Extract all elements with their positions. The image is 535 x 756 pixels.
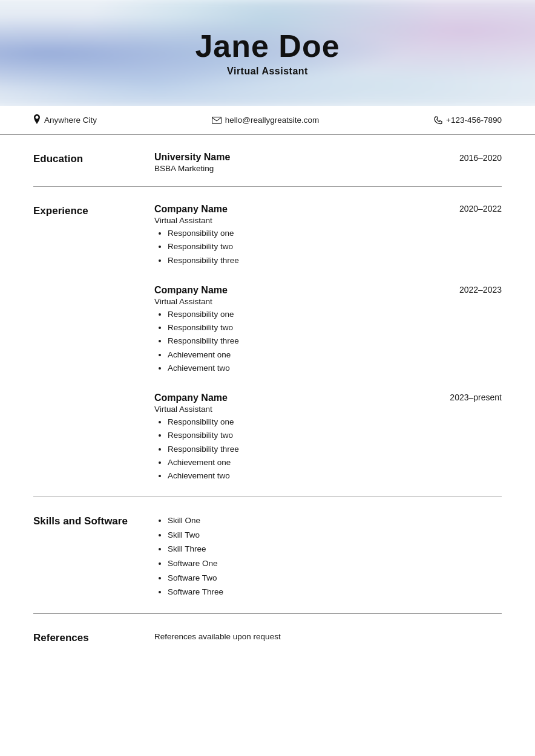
exp-list: Responsibility oneResponsibility twoResp… — [154, 308, 502, 374]
location-icon — [33, 114, 41, 126]
skills-section: Skills and Software Skill OneSkill TwoSk… — [33, 497, 502, 614]
university-name: University Name — [154, 152, 423, 163]
references-label: References — [33, 631, 154, 644]
candidate-name: Jane Doe — [195, 29, 340, 64]
experience-entry: Company Name2022–2023Virtual AssistantRe… — [154, 285, 502, 374]
list-item: Skill One — [168, 514, 502, 527]
exp-role: Virtual Assistant — [154, 405, 502, 414]
exp-date: 2023–present — [450, 393, 502, 402]
experience-body: Company Name2020–2022Virtual AssistantRe… — [154, 204, 502, 483]
list-item: Responsibility one — [168, 416, 502, 428]
contact-location: Anywhere City — [33, 114, 97, 126]
exp-date: 2022–2023 — [459, 285, 502, 295]
email-text: hello@reallygreatsite.com — [225, 116, 320, 125]
education-body: University Name BSBA Marketing — [154, 152, 423, 173]
main-content: Education University Name BSBA Marketing… — [0, 135, 535, 657]
education-section: Education University Name BSBA Marketing… — [33, 135, 502, 187]
list-item: Responsibility two — [168, 429, 502, 442]
phone-text: +123-456-7890 — [446, 116, 502, 125]
list-item: Achievement one — [168, 457, 502, 469]
candidate-title: Virtual Assistant — [195, 66, 340, 77]
list-item: Skill Two — [168, 529, 502, 542]
list-item: Achievement one — [168, 349, 502, 361]
degree-text: BSBA Marketing — [154, 164, 423, 173]
education-years: 2016–2020 — [423, 152, 502, 173]
references-text: References available upon request — [154, 631, 502, 641]
list-item: Responsibility three — [168, 443, 502, 455]
resume-container: Jane Doe Virtual Assistant Anywhere City… — [0, 0, 535, 756]
list-item: Achievement two — [168, 470, 502, 482]
contact-phone: +123-456-7890 — [434, 116, 502, 125]
header-content: Jane Doe Virtual Assistant — [195, 29, 340, 77]
list-item: Software One — [168, 557, 502, 570]
company-name: Company Name — [154, 204, 228, 215]
company-name: Company Name — [154, 393, 228, 403]
experience-entry: Company Name2020–2022Virtual AssistantRe… — [154, 204, 502, 267]
references-section: References References available upon req… — [33, 614, 502, 657]
header: Jane Doe Virtual Assistant — [0, 0, 535, 106]
list-item: Skill Three — [168, 543, 502, 556]
list-item: Achievement two — [168, 362, 502, 374]
exp-role: Virtual Assistant — [154, 297, 502, 306]
list-item: Responsibility one — [168, 308, 502, 321]
email-icon — [212, 117, 222, 124]
skills-label: Skills and Software — [33, 514, 154, 600]
list-item: Software Two — [168, 572, 502, 585]
company-name: Company Name — [154, 285, 228, 296]
references-body: References available upon request — [154, 631, 502, 644]
exp-date: 2020–2022 — [459, 204, 502, 213]
list-item: Responsibility three — [168, 335, 502, 347]
contact-email: hello@reallygreatsite.com — [212, 116, 320, 125]
exp-list: Responsibility oneResponsibility twoResp… — [154, 227, 502, 267]
experience-section: Experience Company Name2020–2022Virtual … — [33, 187, 502, 497]
list-item: Responsibility two — [168, 322, 502, 334]
list-item: Responsibility three — [168, 255, 502, 267]
list-item: Software Three — [168, 585, 502, 599]
list-item: Responsibility two — [168, 241, 502, 253]
education-label: Education — [33, 152, 154, 173]
experience-label: Experience — [33, 204, 154, 483]
exp-role: Virtual Assistant — [154, 216, 502, 225]
phone-icon — [434, 116, 442, 125]
contact-bar: Anywhere City hello@reallygreatsite.com … — [0, 106, 535, 135]
list-item: Responsibility one — [168, 227, 502, 240]
skills-body: Skill OneSkill TwoSkill ThreeSoftware On… — [154, 514, 502, 600]
experience-entry: Company Name2023–presentVirtual Assistan… — [154, 393, 502, 482]
exp-list: Responsibility oneResponsibility twoResp… — [154, 416, 502, 482]
skills-list: Skill OneSkill TwoSkill ThreeSoftware On… — [154, 514, 502, 599]
location-text: Anywhere City — [44, 116, 97, 125]
